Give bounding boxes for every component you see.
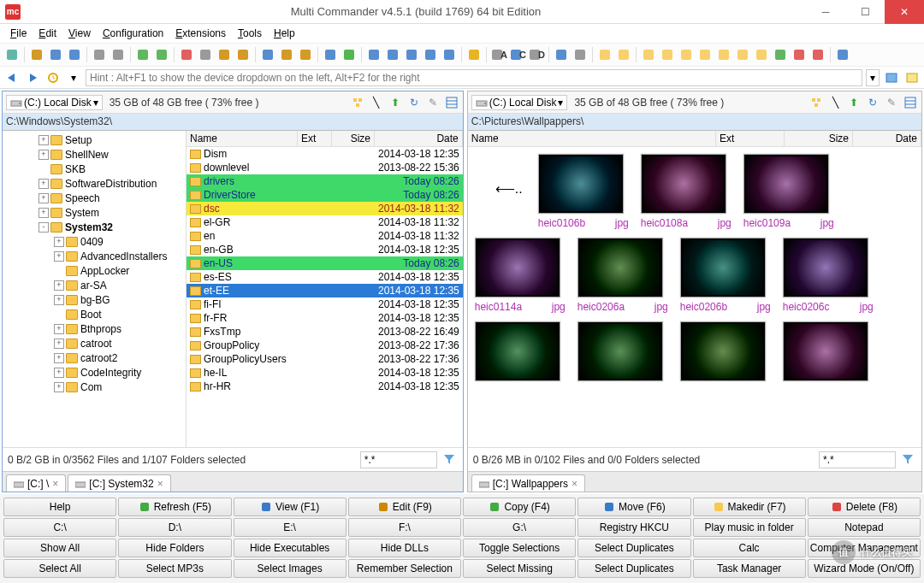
file-row[interactable]: es-ES2014-03-18 12:35 [187, 270, 463, 284]
drvA-icon[interactable]: A [490, 46, 507, 63]
fld3-icon[interactable] [640, 46, 657, 63]
battery-icon[interactable] [834, 46, 851, 63]
fn-button[interactable]: Task Manager [693, 559, 806, 578]
fn-button[interactable]: Play music in folder [693, 518, 806, 537]
tree-label[interactable]: ShellNew [65, 149, 109, 161]
fn-button[interactable]: Help [3, 498, 116, 516]
up-icon[interactable]: ⬆ [388, 95, 403, 110]
fn-button[interactable]: Edit (F9) [348, 498, 461, 516]
slash-icon[interactable]: ╲ [369, 95, 384, 110]
star-add-icon[interactable] [772, 46, 789, 63]
layout2-icon[interactable] [110, 46, 127, 63]
menu-help[interactable]: Help [269, 26, 300, 41]
minimize-button[interactable]: ─ [806, 0, 845, 24]
box-plus-icon[interactable] [234, 46, 252, 63]
tree-expand-icon[interactable]: + [54, 353, 64, 363]
thumb-item[interactable] [783, 321, 874, 381]
fn-button[interactable]: D:\ [118, 518, 231, 537]
find-icon[interactable] [322, 46, 339, 63]
tree-label[interactable]: Com [80, 381, 102, 393]
fn-button[interactable]: Computer Management [808, 539, 921, 557]
tree-node[interactable]: +0409 [4, 234, 184, 249]
left-filter-input[interactable] [360, 451, 437, 468]
win-icon[interactable] [553, 46, 570, 63]
right-filter-input[interactable] [819, 451, 896, 468]
layout1-icon[interactable] [91, 46, 108, 63]
file-row[interactable]: en2014-03-18 11:32 [187, 229, 463, 243]
star-icon[interactable] [753, 46, 770, 63]
tree-label[interactable]: System [65, 207, 99, 219]
close-button[interactable]: ✕ [885, 0, 924, 24]
tree-expand-icon[interactable]: + [38, 150, 49, 160]
thumbnail-image[interactable] [680, 321, 766, 381]
col-size[interactable]: Size [332, 131, 375, 146]
file-row[interactable]: he-IL2014-03-18 12:35 [187, 366, 463, 380]
tree-node[interactable]: +catroot [4, 336, 184, 350]
tree-node[interactable]: +SoftwareDistribution [4, 176, 184, 191]
fn-button[interactable]: Toggle Selections [463, 539, 576, 557]
fn-button[interactable]: Hide Executables [234, 539, 346, 557]
right-columns-header[interactable]: Name Ext Size Date [468, 131, 921, 147]
tree-node[interactable]: +Speech [4, 191, 184, 205]
doc-plus-icon[interactable] [153, 46, 170, 63]
menu-tools[interactable]: Tools [233, 26, 267, 41]
rename-icon[interactable] [259, 46, 276, 63]
tree-label[interactable]: 0409 [80, 236, 104, 248]
tree-node[interactable]: -System32 [4, 220, 184, 234]
file-row[interactable]: el-GR2014-03-18 11:32 [187, 215, 463, 229]
tree-label[interactable]: System32 [65, 221, 113, 233]
doc-green-icon[interactable] [134, 46, 151, 63]
panel-tab[interactable]: [C:] \× [6, 474, 66, 492]
tree-expand-icon[interactable]: + [38, 193, 49, 203]
col-ext[interactable]: Ext [716, 131, 785, 146]
left-filelist[interactable]: Name Ext Size Date Dism2014-03-18 12:35d… [187, 131, 463, 447]
tree-expand-icon[interactable]: + [54, 339, 64, 349]
tree-icon[interactable] [808, 95, 824, 110]
file-row[interactable]: Dism2014-03-18 12:35 [187, 147, 463, 161]
maximize-button[interactable]: ☐ [845, 0, 885, 24]
col-name[interactable]: Name [468, 131, 716, 146]
tree-label[interactable]: Boot [80, 309, 102, 321]
menu-extensions[interactable]: Extensions [170, 26, 231, 41]
tree-node[interactable]: +CodeIntegrity [4, 365, 184, 380]
history-icon[interactable] [44, 69, 62, 86]
thumbnail-image[interactable] [641, 154, 726, 214]
tree-expand-icon[interactable]: + [38, 179, 49, 189]
fld6-icon[interactable] [696, 46, 714, 63]
fn-button[interactable]: Makedir (F7) [693, 498, 806, 516]
fld8-icon[interactable] [734, 46, 751, 63]
thumbnail-image[interactable] [783, 238, 868, 297]
tree-expand-icon[interactable] [54, 309, 64, 320]
fn-button[interactable]: Calc [693, 539, 806, 557]
file-row[interactable]: hr-HR2014-03-18 12:35 [187, 380, 463, 393]
left-path[interactable]: C:\Windows\System32\ [3, 114, 463, 131]
doc-red-icon[interactable] [178, 46, 195, 63]
col-name[interactable]: Name [187, 131, 298, 146]
colors-icon[interactable] [465, 46, 483, 63]
tree-label[interactable]: Setup [65, 134, 92, 146]
copy-icon[interactable] [47, 46, 64, 63]
fn-button[interactable]: Select MP3s [118, 559, 231, 578]
thumbnail-image[interactable] [475, 321, 560, 381]
file-row[interactable]: en-GB2014-03-18 12:35 [187, 243, 463, 256]
thumb-item[interactable]: heic0206ajpg [578, 238, 668, 313]
tree-node[interactable]: +ShellNew [4, 147, 184, 162]
copy1-icon[interactable] [365, 46, 382, 63]
fld4-icon[interactable] [659, 46, 676, 63]
tree-label[interactable]: catroot [80, 338, 112, 350]
tree-expand-icon[interactable] [54, 266, 64, 276]
fn-button[interactable]: C:\ [3, 518, 116, 537]
file-row[interactable]: driversToday 08:26 [187, 174, 463, 188]
gear-icon[interactable] [572, 46, 589, 63]
file-row[interactable]: DriverStoreToday 08:26 [187, 188, 463, 202]
col-date[interactable]: Date [375, 131, 463, 146]
panel-toggle-icon-2[interactable] [903, 69, 921, 86]
tree-expand-icon[interactable]: + [38, 208, 49, 218]
tree-label[interactable]: SoftwareDistribution [65, 178, 157, 190]
tree-expand-icon[interactable]: + [54, 237, 64, 247]
file-row[interactable]: fr-FR2014-03-18 12:35 [187, 311, 463, 325]
copy5-icon[interactable] [441, 46, 458, 63]
close-tab-icon[interactable]: × [52, 478, 58, 490]
doc-gear-icon[interactable] [197, 46, 214, 63]
drvD-icon[interactable]: D [528, 46, 545, 63]
